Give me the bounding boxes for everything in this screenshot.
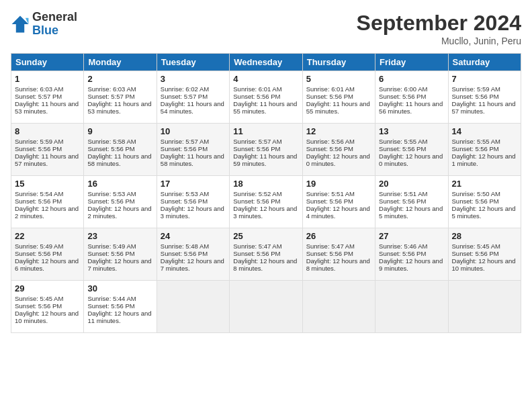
month-title: September 2024: [357, 11, 521, 36]
day-number: 22: [15, 231, 80, 241]
sunrise: Sunrise: 5:45 AM: [15, 295, 63, 302]
sunrise: Sunrise: 6:01 AM: [306, 85, 355, 93]
table-row: 2Sunrise: 6:03 AMSunset: 5:57 PMDaylight…: [84, 71, 157, 124]
daylight: Daylight: 12 hours and 0 minutes.: [306, 152, 370, 167]
daylight: Daylight: 12 hours and 3 minutes.: [161, 205, 224, 220]
daylight: Daylight: 12 hours and 8 minutes.: [306, 257, 370, 272]
sunset: Sunset: 5:56 PM: [452, 93, 499, 100]
daylight: Daylight: 11 hours and 57 minutes.: [452, 100, 516, 115]
sunrise: Sunrise: 6:01 AM: [233, 85, 281, 93]
day-number: 11: [233, 126, 298, 136]
sunset: Sunset: 5:56 PM: [233, 145, 280, 152]
day-number: 28: [452, 231, 517, 241]
day-number: 18: [233, 179, 298, 189]
daylight: Daylight: 12 hours and 10 minutes.: [15, 310, 79, 324]
table-row: [230, 281, 302, 333]
daylight: Daylight: 12 hours and 11 minutes.: [87, 310, 151, 324]
sunrise: Sunrise: 6:00 AM: [379, 85, 427, 93]
day-number: 6: [379, 74, 444, 84]
table-row: 26Sunrise: 5:47 AMSunset: 5:56 PMDayligh…: [302, 228, 375, 281]
sunset: Sunset: 5:56 PM: [379, 197, 426, 205]
day-number: 16: [87, 179, 152, 189]
sunset: Sunset: 5:57 PM: [87, 93, 134, 100]
daylight: Daylight: 11 hours and 58 minutes.: [87, 152, 151, 167]
table-row: 6Sunrise: 6:00 AMSunset: 5:56 PMDaylight…: [375, 71, 448, 124]
calendar-table: Sunday Monday Tuesday Wednesday Thursday…: [11, 53, 521, 333]
calendar-week-row: 29Sunrise: 5:45 AMSunset: 5:56 PMDayligh…: [11, 281, 521, 333]
sunset: Sunset: 5:56 PM: [379, 93, 426, 100]
day-number: 14: [452, 126, 517, 136]
sunrise: Sunrise: 5:57 AM: [233, 138, 281, 145]
table-row: 19Sunrise: 5:51 AMSunset: 5:56 PMDayligh…: [302, 176, 375, 228]
sunrise: Sunrise: 5:59 AM: [15, 138, 63, 145]
daylight: Daylight: 12 hours and 0 minutes.: [379, 152, 443, 167]
sunrise: Sunrise: 5:49 AM: [15, 242, 63, 250]
table-row: 30Sunrise: 5:44 AMSunset: 5:56 PMDayligh…: [84, 281, 157, 333]
table-row: 17Sunrise: 5:53 AMSunset: 5:56 PMDayligh…: [157, 176, 229, 228]
day-number: 4: [233, 74, 298, 84]
col-wednesday: Wednesday: [230, 54, 302, 71]
sunset: Sunset: 5:56 PM: [15, 197, 62, 205]
daylight: Daylight: 12 hours and 2 minutes.: [15, 205, 79, 220]
daylight: Daylight: 12 hours and 7 minutes.: [87, 257, 151, 272]
day-number: 7: [452, 74, 517, 84]
daylight: Daylight: 11 hours and 58 minutes.: [161, 152, 224, 167]
col-monday: Monday: [84, 54, 157, 71]
daylight: Daylight: 11 hours and 53 minutes.: [87, 100, 151, 115]
calendar-week-row: 1Sunrise: 6:03 AMSunset: 5:57 PMDaylight…: [11, 71, 521, 124]
daylight: Daylight: 12 hours and 2 minutes.: [87, 205, 151, 220]
daylight: Daylight: 12 hours and 5 minutes.: [379, 205, 443, 220]
daylight: Daylight: 11 hours and 54 minutes.: [161, 100, 224, 115]
sunset: Sunset: 5:56 PM: [87, 145, 134, 152]
day-number: 12: [306, 126, 371, 136]
sunrise: Sunrise: 5:48 AM: [161, 242, 209, 250]
sunset: Sunset: 5:56 PM: [233, 93, 280, 100]
calendar-week-row: 22Sunrise: 5:49 AMSunset: 5:56 PMDayligh…: [11, 228, 521, 281]
sunrise: Sunrise: 5:51 AM: [379, 190, 427, 197]
table-row: 23Sunrise: 5:49 AMSunset: 5:56 PMDayligh…: [84, 228, 157, 281]
sunrise: Sunrise: 5:55 AM: [379, 138, 427, 145]
sunset: Sunset: 5:56 PM: [306, 145, 353, 152]
sunrise: Sunrise: 5:46 AM: [379, 242, 427, 250]
day-number: 19: [306, 179, 371, 189]
page-header: General Blue September 2024 Mucllo, Juni…: [11, 11, 521, 46]
daylight: Daylight: 12 hours and 6 minutes.: [15, 257, 79, 272]
sunrise: Sunrise: 5:44 AM: [87, 295, 136, 302]
sunrise: Sunrise: 5:49 AM: [87, 242, 136, 250]
daylight: Daylight: 11 hours and 57 minutes.: [15, 152, 79, 167]
table-row: 16Sunrise: 5:53 AMSunset: 5:56 PMDayligh…: [84, 176, 157, 228]
title-block: September 2024 Mucllo, Junin, Peru: [357, 11, 521, 46]
table-row: [302, 281, 375, 333]
table-row: 9Sunrise: 5:58 AMSunset: 5:56 PMDaylight…: [84, 124, 157, 176]
table-row: 13Sunrise: 5:55 AMSunset: 5:56 PMDayligh…: [375, 124, 448, 176]
sunrise: Sunrise: 6:03 AM: [87, 85, 136, 93]
day-number: 9: [87, 126, 152, 136]
daylight: Daylight: 12 hours and 8 minutes.: [233, 257, 297, 272]
day-number: 27: [379, 231, 444, 241]
table-row: 3Sunrise: 6:02 AMSunset: 5:57 PMDaylight…: [157, 71, 229, 124]
sunset: Sunset: 5:56 PM: [233, 250, 280, 257]
day-number: 1: [15, 74, 80, 84]
table-row: 11Sunrise: 5:57 AMSunset: 5:56 PMDayligh…: [230, 124, 302, 176]
table-row: 15Sunrise: 5:54 AMSunset: 5:56 PMDayligh…: [11, 176, 84, 228]
daylight: Daylight: 11 hours and 59 minutes.: [233, 152, 297, 167]
sunset: Sunset: 5:56 PM: [87, 302, 134, 310]
sunrise: Sunrise: 5:51 AM: [306, 190, 355, 197]
calendar-header-row: Sunday Monday Tuesday Wednesday Thursday…: [11, 54, 521, 71]
day-number: 2: [87, 74, 152, 84]
table-row: 7Sunrise: 5:59 AMSunset: 5:56 PMDaylight…: [448, 71, 521, 124]
location-subtitle: Mucllo, Junin, Peru: [357, 36, 521, 46]
col-tuesday: Tuesday: [157, 54, 229, 71]
daylight: Daylight: 12 hours and 4 minutes.: [306, 205, 370, 220]
sunrise: Sunrise: 6:03 AM: [15, 85, 63, 93]
col-saturday: Saturday: [448, 54, 521, 71]
sunset: Sunset: 5:56 PM: [452, 145, 499, 152]
sunrise: Sunrise: 5:53 AM: [87, 190, 136, 197]
table-row: 8Sunrise: 5:59 AMSunset: 5:56 PMDaylight…: [11, 124, 84, 176]
table-row: 22Sunrise: 5:49 AMSunset: 5:56 PMDayligh…: [11, 228, 84, 281]
sunset: Sunset: 5:56 PM: [161, 197, 208, 205]
daylight: Daylight: 11 hours and 55 minutes.: [306, 100, 370, 115]
sunset: Sunset: 5:57 PM: [15, 93, 62, 100]
sunset: Sunset: 5:56 PM: [306, 197, 353, 205]
sunrise: Sunrise: 5:58 AM: [87, 138, 136, 145]
